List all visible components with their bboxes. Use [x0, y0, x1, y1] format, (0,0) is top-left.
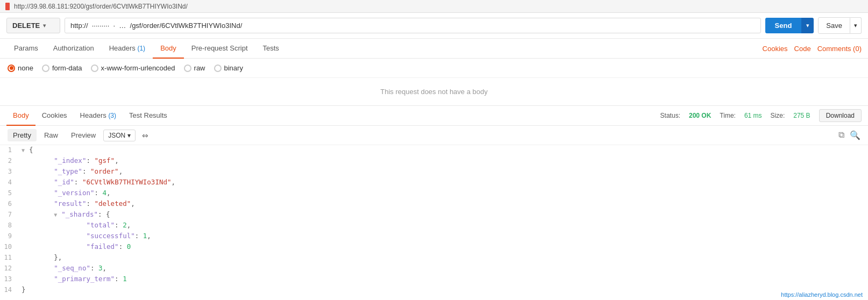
resp-tab-cookies[interactable]: Cookies — [35, 106, 74, 126]
tab-authorization[interactable]: Authorization — [46, 39, 102, 59]
line-number: 14 — [0, 285, 19, 294]
time-value: 61 ms — [744, 112, 762, 119]
line-number: 4 — [0, 178, 19, 186]
toggle-icon[interactable]: ▼ — [54, 212, 60, 218]
cookies-link[interactable]: Cookies — [763, 45, 788, 53]
save-dropdown-button[interactable]: ▾ — [850, 17, 862, 34]
table-row: 10 "failed": 0 — [0, 242, 868, 253]
search-icon[interactable]: 🔍 — [850, 130, 860, 140]
line-number: 5 — [0, 189, 19, 197]
send-button[interactable]: Send — [765, 18, 802, 33]
comments-link[interactable]: Comments (0) — [817, 45, 862, 53]
line-number: 3 — [0, 167, 19, 175]
table-row: 11 }, — [0, 253, 868, 263]
line-number: 11 — [0, 253, 19, 261]
table-row: 1▼ { — [0, 145, 868, 156]
line-content: ▼ { — [19, 146, 33, 154]
status-label: Status: — [660, 112, 680, 119]
request-tabs-nav: Params Authorization Headers (1) Body Pr… — [0, 39, 868, 59]
line-number: 12 — [0, 264, 19, 272]
radio-binary-circle — [214, 65, 222, 72]
footer: https://aliazheryd.blog.csdn.net — [775, 289, 868, 296]
table-row: 14} — [0, 285, 868, 296]
no-body-message: This request does not have a body — [0, 78, 868, 106]
line-content: "_primary_term": 1 — [19, 275, 127, 283]
radio-form-data[interactable]: form-data — [42, 64, 82, 72]
resp-tab-body[interactable]: Body — [6, 106, 35, 126]
radio-form-data-circle — [42, 65, 49, 72]
table-row: 2 "_index": "gsf", — [0, 156, 868, 167]
line-content: "_version": 4, — [19, 189, 111, 197]
size-label: Size: — [771, 112, 785, 119]
radio-binary[interactable]: binary — [214, 64, 243, 72]
resp-tab-headers[interactable]: Headers (3) — [74, 106, 123, 126]
line-number: 10 — [0, 242, 19, 251]
table-row: 12 "_seq_no": 3, — [0, 263, 868, 274]
line-number: 1 — [0, 146, 19, 154]
download-button[interactable]: Download — [819, 109, 862, 122]
title-bar-url: http://39.98.68.181:9200/gsf/order/6CVtl… — [14, 3, 188, 10]
table-row: 4 "_id": "6CVtlWkB7THIYWIo3INd", — [0, 177, 868, 188]
radio-none-circle — [8, 65, 15, 72]
format-bar: Pretty Raw Preview JSON ▾ ⇔ ⧉ 🔍 — [0, 126, 868, 145]
resp-tab-test-results[interactable]: Test Results — [123, 106, 174, 126]
format-chevron-icon: ▾ — [127, 132, 131, 139]
resp-headers-badge: (3) — [108, 112, 116, 119]
status-value: 200 OK — [689, 112, 711, 119]
line-number: 9 — [0, 232, 19, 240]
tab-tests[interactable]: Tests — [255, 39, 287, 59]
line-number: 6 — [0, 199, 19, 208]
line-number: 7 — [0, 210, 19, 218]
send-dropdown-button[interactable]: ▾ — [801, 18, 814, 33]
fmt-tab-pretty[interactable]: Pretty — [8, 129, 37, 141]
body-options: none form-data x-www-form-urlencoded raw… — [0, 59, 868, 78]
copy-icon[interactable]: ⧉ — [838, 130, 844, 140]
line-content: ▼ "_shards": { — [19, 210, 110, 218]
save-button[interactable]: Save — [818, 17, 850, 34]
url-input[interactable] — [65, 18, 761, 33]
radio-raw-circle — [184, 65, 191, 72]
table-row: 13 "_primary_term": 1 — [0, 274, 868, 285]
line-number: 2 — [0, 156, 19, 165]
tab-headers[interactable]: Headers (1) — [102, 39, 153, 59]
line-number: 13 — [0, 275, 19, 283]
radio-urlencoded[interactable]: x-www-form-urlencoded — [91, 64, 175, 72]
line-content: "result": "deleted", — [19, 199, 135, 208]
line-content: "_id": "6CVtlWkB7THIYWIo3INd", — [19, 178, 175, 186]
format-select[interactable]: JSON ▾ — [103, 130, 136, 141]
fmt-tab-raw[interactable]: Raw — [39, 129, 63, 141]
request-tabs-right: Cookies Code Comments (0) — [763, 45, 862, 53]
line-content: } — [19, 285, 26, 294]
line-content: "_index": "gsf", — [19, 156, 119, 165]
radio-none[interactable]: none — [8, 64, 33, 72]
json-viewer: 1▼ {2 "_index": "gsf",3 "_type": "order"… — [0, 145, 868, 296]
line-content: "total": 2, — [19, 221, 131, 229]
tab-body[interactable]: Body — [153, 39, 184, 59]
table-row: 6 "result": "deleted", — [0, 199, 868, 210]
url-bar: DELETE ▾ Send ▾ Save ▾ — [0, 13, 868, 39]
fmt-tab-preview[interactable]: Preview — [66, 129, 101, 141]
line-content: "_seq_no": 3, — [19, 264, 106, 272]
tab-params[interactable]: Params — [6, 39, 46, 59]
toggle-icon[interactable]: ▼ — [22, 147, 28, 153]
footer-link[interactable]: https://aliazheryd.blog.csdn.net — [781, 291, 863, 296]
format-bar-actions: ⧉ 🔍 — [838, 130, 860, 140]
table-row: 8 "total": 2, — [0, 220, 868, 231]
line-content: }, — [19, 253, 62, 261]
method-label: DELETE — [12, 22, 40, 30]
method-chevron-icon: ▾ — [43, 23, 46, 28]
tab-pre-request[interactable]: Pre-request Script — [184, 39, 255, 59]
line-number: 8 — [0, 221, 19, 229]
time-label: Time: — [720, 112, 736, 119]
response-meta: Status: 200 OK Time: 61 ms Size: 275 B D… — [660, 109, 862, 122]
size-value: 275 B — [793, 112, 810, 119]
line-content: "_type": "order", — [19, 167, 123, 175]
radio-raw[interactable]: raw — [184, 64, 205, 72]
format-label: JSON — [108, 132, 125, 139]
method-select[interactable]: DELETE ▾ — [6, 18, 60, 33]
code-link[interactable]: Code — [794, 45, 811, 53]
save-button-group: Save ▾ — [818, 17, 862, 34]
table-row: 7 ▼ "_shards": { — [0, 210, 868, 220]
title-bar: http://39.98.68.181:9200/gsf/order/6CVtl… — [0, 0, 868, 13]
wrap-icon[interactable]: ⇔ — [142, 131, 148, 140]
